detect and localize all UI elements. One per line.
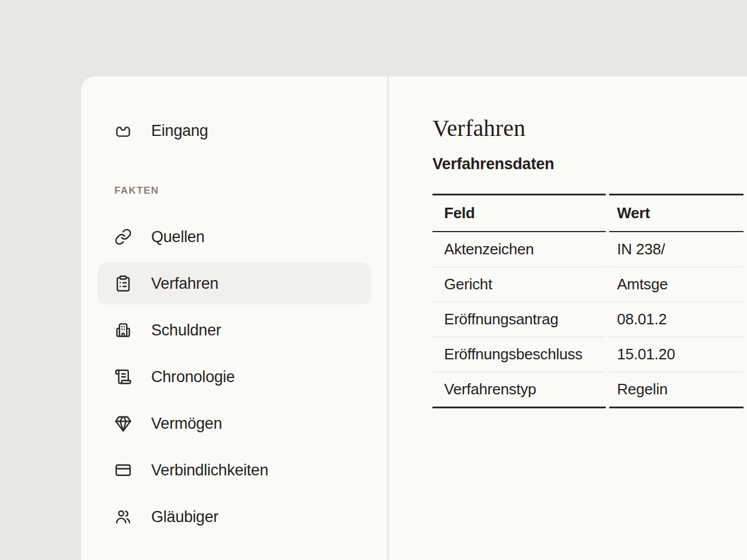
value-cell: 15.01.20 [609, 337, 743, 372]
table-header-row: Feld Wert [432, 194, 743, 232]
value-cell: Amtsge [609, 267, 743, 302]
clipboard-list-icon [114, 275, 132, 292]
column-header-feld: Feld [432, 194, 606, 232]
credit-card-icon [114, 461, 132, 479]
sidebar-item-verfahren[interactable]: Verfahren [97, 262, 371, 304]
sidebar-item-label: Eingang [151, 122, 208, 140]
field-cell: Eröffnungsbeschluss [432, 337, 606, 372]
value-cell: Regelin [609, 372, 743, 408]
value-cell: IN 238/ [609, 232, 743, 267]
gem-icon [114, 415, 132, 432]
sidebar-item-schuldner[interactable]: Schuldner [97, 309, 371, 351]
sidebar-item-label: Gläubiger [151, 508, 218, 526]
table-row: Eröffnungsantrag 08.01.2 [432, 302, 743, 337]
table-row: Gericht Amtsge [432, 267, 743, 302]
sidebar-item-label: Verbindlichkeiten [151, 461, 268, 480]
page-title: Verfahren [432, 117, 747, 140]
field-cell: Verfahrenstyp [432, 372, 606, 408]
case-window: Eingang FAKTEN Quellen Verfahren [81, 76, 747, 560]
sidebar: Eingang FAKTEN Quellen Verfahren [81, 76, 389, 560]
link-icon [114, 228, 132, 246]
users-icon [114, 508, 132, 526]
table-row: Eröffnungsbeschluss 15.01.20 [432, 337, 743, 372]
value-cell: 08.01.2 [609, 302, 743, 337]
field-cell: Eröffnungsantrag [432, 302, 606, 337]
sidebar-item-chronologie[interactable]: Chronologie [97, 356, 371, 398]
sidebar-item-label: Vermögen [151, 415, 222, 433]
column-header-wert: Wert [609, 194, 743, 232]
table-row: Verfahrenstyp Regelin [432, 372, 743, 408]
sidebar-section-fakten: FAKTEN [97, 186, 371, 196]
sidebar-item-label: Chronologie [151, 368, 235, 386]
verfahrensdaten-table: Feld Wert Aktenzeichen IN 238/ Gericht A… [429, 194, 747, 408]
sidebar-item-vermoegen[interactable]: Vermögen [97, 402, 371, 444]
building-icon [114, 321, 132, 339]
inbox-icon [114, 122, 132, 139]
sidebar-item-glaeubiger[interactable]: Gläubiger [97, 496, 371, 538]
sidebar-item-label: Verfahren [151, 275, 218, 293]
sidebar-item-label: Schuldner [151, 321, 221, 340]
field-cell: Aktenzeichen [432, 232, 606, 267]
table-row: Aktenzeichen IN 238/ [432, 232, 743, 267]
scroll-text-icon [114, 368, 132, 386]
main-content: Verfahren Verfahrensdaten Feld Wert Akte… [389, 76, 747, 560]
sidebar-item-eingang[interactable]: Eingang [97, 110, 371, 152]
sidebar-item-verbindlichkeiten[interactable]: Verbindlichkeiten [97, 449, 371, 491]
field-cell: Gericht [432, 267, 606, 302]
sidebar-item-label: Quellen [151, 228, 205, 246]
section-heading: Verfahrensdaten [432, 155, 747, 173]
sidebar-item-quellen[interactable]: Quellen [97, 216, 371, 258]
